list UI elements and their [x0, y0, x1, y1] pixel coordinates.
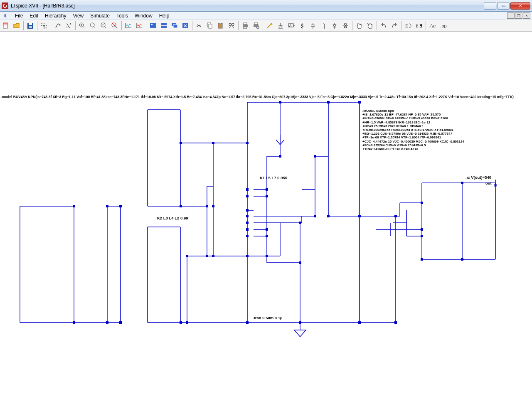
svg-rect-41: [73, 321, 75, 324]
window-titlebar: LTspice XVII - [HalfBrR3.asc] — ▭ ✕: [0, 0, 532, 12]
svg-rect-59: [246, 235, 249, 237]
menu-window[interactable]: Window: [131, 12, 156, 20]
svg-rect-49: [186, 255, 188, 257]
mdi-minimize-button[interactable]: –: [507, 12, 515, 19]
run-button[interactable]: [53, 21, 63, 31]
resistor-button[interactable]: [297, 21, 307, 31]
schematic-wires: [0, 32, 532, 409]
label-net-button[interactable]: A: [286, 21, 296, 31]
zoom-fit-button[interactable]: [110, 21, 120, 31]
spice-directive-button[interactable]: .op: [438, 21, 448, 31]
inductor-button[interactable]: [319, 21, 329, 31]
svg-text:Ǝ: Ǝ: [419, 23, 422, 28]
svg-rect-18: [209, 24, 212, 28]
svg-rect-56: [246, 215, 249, 217]
svg-text:E: E: [416, 23, 419, 28]
svg-rect-61: [246, 321, 249, 324]
svg-rect-83: [421, 235, 423, 237]
svg-rect-57: [246, 222, 249, 224]
svg-rect-68: [279, 155, 281, 158]
svg-rect-75: [327, 215, 330, 217]
rotate-button[interactable]: É: [403, 21, 413, 31]
svg-rect-81: [421, 202, 423, 204]
svg-rect-52: [246, 142, 249, 144]
mdi-close-button[interactable]: ×: [523, 12, 530, 19]
ground-button[interactable]: [276, 21, 286, 31]
window-title: LTspice XVII - [HalfBrR3.asc]: [11, 3, 483, 9]
svg-rect-25: [244, 27, 247, 29]
svg-rect-76: [358, 101, 361, 103]
svg-rect-46: [212, 205, 214, 207]
paste-button[interactable]: [216, 21, 226, 31]
copy-button[interactable]: [205, 21, 215, 31]
component-button[interactable]: [340, 21, 350, 31]
svg-rect-70: [299, 261, 301, 264]
redo-button[interactable]: [389, 21, 399, 31]
zoom-in-button[interactable]: [77, 21, 87, 31]
svg-rect-58: [246, 228, 249, 231]
close-button[interactable]: ✕: [510, 2, 530, 10]
halt-button[interactable]: [64, 21, 74, 31]
undo-button[interactable]: [379, 21, 389, 31]
menu-tools[interactable]: Tools: [113, 12, 131, 20]
mirror-button[interactable]: EƎ: [414, 21, 424, 31]
mdi-restore-button[interactable]: ❐: [515, 12, 522, 19]
menu-edit[interactable]: Edit: [26, 12, 42, 20]
zoom-out-button[interactable]: [99, 21, 109, 31]
save-button[interactable]: [25, 21, 35, 31]
control-menu-icon[interactable]: ↯: [2, 12, 8, 19]
svg-rect-74: [327, 101, 330, 103]
app-icon: [2, 2, 8, 9]
open-button[interactable]: [12, 21, 22, 31]
svg-point-21: [229, 23, 232, 26]
schematic-canvas[interactable]: .model BUV48A NPN(Is=743.3f Xti=3 Eg=1.1…: [0, 32, 532, 409]
pan-button[interactable]: [88, 21, 98, 31]
svg-rect-55: [246, 209, 249, 212]
minimize-button[interactable]: —: [484, 2, 496, 10]
svg-rect-82: [421, 228, 423, 231]
setup-button[interactable]: [148, 21, 158, 31]
menu-view[interactable]: View: [69, 12, 87, 20]
pick-visible-traces-button[interactable]: [134, 21, 144, 31]
menu-simulate[interactable]: Simulate: [87, 12, 113, 20]
svg-rect-44: [206, 205, 208, 207]
svg-point-28: [256, 26, 259, 29]
svg-rect-62: [266, 188, 268, 191]
svg-rect-38: [119, 205, 122, 207]
print-button[interactable]: [240, 21, 250, 31]
svg-rect-12: [161, 23, 167, 25]
control-panel-button[interactable]: [39, 21, 49, 31]
svg-rect-77: [358, 215, 361, 217]
print-setup-button[interactable]: [251, 21, 261, 31]
autorange-button[interactable]: [123, 21, 133, 31]
svg-rect-13: [161, 26, 167, 28]
svg-rect-66: [266, 255, 268, 257]
menu-hierarchy[interactable]: Hierarchy: [42, 12, 69, 20]
drag-button[interactable]: [365, 21, 375, 31]
new-schematic-button[interactable]: [1, 21, 11, 31]
svg-rect-69: [299, 222, 301, 224]
maximize-button[interactable]: ▭: [497, 2, 510, 10]
svg-rect-11: [151, 24, 153, 25]
diode-button[interactable]: [330, 21, 340, 31]
move-button[interactable]: [354, 21, 364, 31]
svg-rect-72: [314, 155, 316, 158]
svg-point-22: [232, 23, 234, 26]
svg-rect-24: [244, 23, 247, 25]
draw-wire-button[interactable]: [265, 21, 275, 31]
svg-rect-2: [29, 23, 32, 25]
svg-rect-86: [461, 258, 463, 261]
cut-button[interactable]: ✂: [194, 21, 204, 31]
cascade-button[interactable]: [170, 21, 180, 31]
nodes: [73, 101, 463, 324]
menu-file[interactable]: File: [12, 12, 26, 20]
svg-rect-85: [461, 182, 463, 184]
svg-rect-10: [150, 23, 156, 28]
svg-rect-39: [119, 321, 122, 324]
capacitor-button[interactable]: [308, 21, 318, 31]
place-text-button[interactable]: Aa: [428, 21, 438, 31]
close-window-button[interactable]: [180, 21, 190, 31]
find-button[interactable]: [227, 21, 236, 31]
tile-button[interactable]: [159, 21, 169, 31]
menu-help[interactable]: Help: [156, 12, 173, 20]
